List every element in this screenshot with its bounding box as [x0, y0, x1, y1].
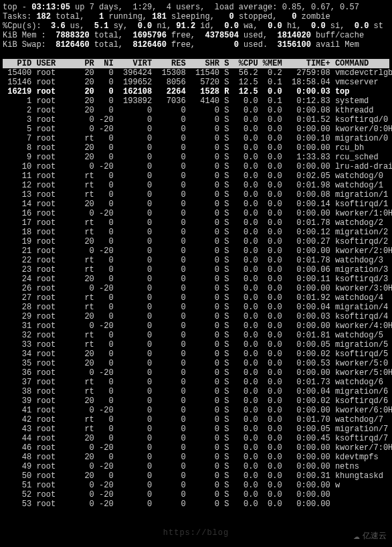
process-row[interactable]: 13 root rt 0 0 0 0 S 0.0 0.0 0:00.08 mig… [3, 190, 389, 200]
process-row[interactable]: 49 root 0 -20 0 0 0 S 0.0 0.0 0:00.00 ne… [3, 462, 389, 471]
process-row[interactable]: 15400 root 20 0 396424 15308 11540 S 56.… [3, 68, 389, 78]
process-row[interactable]: 12 root rt 0 0 0 0 S 0.0 0.0 0:01.98 wat… [3, 181, 389, 190]
process-row[interactable]: 42 root rt 0 0 0 0 S 0.0 0.0 0:01.70 wat… [3, 415, 389, 424]
process-row[interactable]: 48 root 20 0 0 0 0 S 0.0 0.0 0:00.00 kde… [3, 453, 389, 462]
process-row[interactable]: 26 root 0 -20 0 0 0 S 0.0 0.0 0:00.00 kw… [3, 284, 389, 293]
process-row[interactable]: 14 root 20 0 0 0 0 S 0.0 0.0 0:00.14 kso… [3, 200, 389, 209]
summary-line-1: top - 03:13:05 up 7 days, 1:29, 4 users,… [3, 3, 389, 12]
process-row[interactable]: 31 root 0 -20 0 0 0 S 0.0 0.0 0:00.00 kw… [3, 321, 389, 331]
process-row[interactable]: 24 root 20 0 0 0 0 S 0.0 0.0 0:00.11 kso… [3, 275, 389, 284]
summary-swap: KiB Swap: 8126460 total, 8126460 free, 0… [3, 40, 389, 50]
url-watermark: https://blog [163, 528, 229, 538]
process-row[interactable]: 1 root 20 0 193892 7036 4140 S 0.0 0.1 0… [3, 96, 389, 106]
summary-tasks: Tasks: 182 total, 1 running, 181 sleepin… [3, 12, 389, 21]
process-row[interactable]: 3 root 0 -20 0 0 0 S 0.0 0.0 0:01.52 kso… [3, 115, 389, 125]
process-row[interactable]: 53 root 0 -20 0 0 0 S 0.0 0.0 0:00.00 [3, 499, 389, 509]
process-row[interactable]: 16219 root 20 0 162108 2264 1528 R 12.5 … [3, 87, 389, 96]
process-list[interactable]: 15400 root 20 0 396424 15308 11540 S 56.… [3, 68, 389, 509]
process-row[interactable]: 8 root 20 0 0 0 0 S 0.0 0.0 0:00.00 rcu_… [3, 143, 389, 153]
process-row[interactable]: 27 root rt 0 0 0 0 S 0.0 0.0 0:01.92 wat… [3, 293, 389, 303]
cloud-icon: ☁ [353, 531, 360, 542]
process-row[interactable]: 39 root 20 0 0 0 0 S 0.0 0.0 0:00.02 kso… [3, 396, 389, 406]
process-row[interactable]: 44 root 20 0 0 0 0 S 0.0 0.0 0:00.45 kso… [3, 434, 389, 443]
process-row[interactable]: 23 root rt 0 0 0 0 S 0.0 0.0 0:00.06 mig… [3, 265, 389, 275]
summary-cpu: %Cpu(s): 3.6 us, 5.1 sy, 0.0 ni, 91.2 id… [3, 21, 389, 31]
process-row[interactable]: 9 root 20 0 0 0 0 S 0.0 0.0 1:33.83 rcu_… [3, 153, 389, 162]
process-row[interactable]: 33 root rt 0 0 0 0 S 0.0 0.0 0:00.05 mig… [3, 340, 389, 349]
process-row[interactable]: 41 root 0 -20 0 0 0 S 0.0 0.0 0:00.00 kw… [3, 406, 389, 415]
process-row[interactable]: 51 root 0 -20 0 0 0 S 0.0 0.0 0:00.00 w [3, 481, 389, 490]
process-row[interactable]: 10 root 0 -20 0 0 0 S 0.0 0.0 0:00.00 lr… [3, 162, 389, 171]
process-row[interactable]: 28 root rt 0 0 0 0 S 0.0 0.0 0:00.04 mig… [3, 303, 389, 312]
process-row[interactable]: 35 root 20 0 0 0 0 S 0.0 0.0 0:00.53 kwo… [3, 359, 389, 368]
process-row[interactable]: 7 root rt 0 0 0 0 S 0.0 0.0 0:00.10 migr… [3, 134, 389, 143]
process-table-header[interactable]: PID USER PR NI VIRT RES SHR S %CPU %MEM … [3, 59, 389, 68]
process-row[interactable]: 36 root 0 -20 0 0 0 S 0.0 0.0 0:00.00 kw… [3, 368, 389, 378]
summary-mem: KiB Mem : 7888320 total, 1695796 free, 4… [3, 31, 389, 40]
process-row[interactable]: 29 root 20 0 0 0 0 S 0.0 0.0 0:00.03 kso… [3, 312, 389, 321]
process-row[interactable]: 38 root rt 0 0 0 0 S 0.0 0.0 0:00.04 mig… [3, 387, 389, 396]
process-row[interactable]: 34 root 20 0 0 0 0 S 0.0 0.0 0:00.02 kso… [3, 349, 389, 359]
process-row[interactable]: 37 root rt 0 0 0 0 S 0.0 0.0 0:01.73 wat… [3, 378, 389, 387]
process-row[interactable]: 22 root rt 0 0 0 0 S 0.0 0.0 0:01.78 wat… [3, 256, 389, 265]
watermark-text: 亿速云 [363, 532, 387, 541]
top-summary: top - 03:13:05 up 7 days, 1:29, 4 users,… [3, 3, 389, 50]
process-row[interactable]: 16 root 0 -20 0 0 0 S 0.0 0.0 0:00.00 kw… [3, 209, 389, 218]
process-row[interactable]: 43 root rt 0 0 0 0 S 0.0 0.0 0:00.05 mig… [3, 424, 389, 434]
blank-line [3, 50, 389, 59]
process-row[interactable]: 5 root 0 -20 0 0 0 S 0.0 0.0 0:00.00 kwo… [3, 125, 389, 134]
process-row[interactable]: 2 root 20 0 0 0 0 S 0.0 0.0 0:00.08 kthr… [3, 106, 389, 115]
process-row[interactable]: 18 root rt 0 0 0 0 S 0.0 0.0 0:00.12 mig… [3, 228, 389, 237]
process-row[interactable]: 17 root rt 0 0 0 0 S 0.0 0.0 0:01.78 wat… [3, 218, 389, 228]
brand-watermark: ☁ 亿速云 [353, 531, 387, 542]
process-row[interactable]: 52 root 0 -20 0 0 0 S 0.0 0.0 0:00.00 [3, 490, 389, 499]
process-row[interactable]: 46 root 0 -20 0 0 0 S 0.0 0.0 0:00.00 kw… [3, 443, 389, 453]
process-row[interactable]: 15146 root 20 0 199652 8056 5720 S 12.5 … [3, 78, 389, 87]
process-row[interactable]: 11 root rt 0 0 0 0 S 0.0 0.0 0:02.05 wat… [3, 171, 389, 181]
process-row[interactable]: 50 root 20 0 0 0 0 S 0.0 0.0 0:00.31 khu… [3, 471, 389, 481]
process-row[interactable]: 32 root rt 0 0 0 0 S 0.0 0.0 0:01.81 wat… [3, 331, 389, 340]
process-row[interactable]: 21 root 0 -20 0 0 0 S 0.0 0.0 0:00.00 kw… [3, 246, 389, 256]
process-row[interactable]: 19 root 20 0 0 0 0 S 0.0 0.0 0:00.27 kso… [3, 237, 389, 246]
